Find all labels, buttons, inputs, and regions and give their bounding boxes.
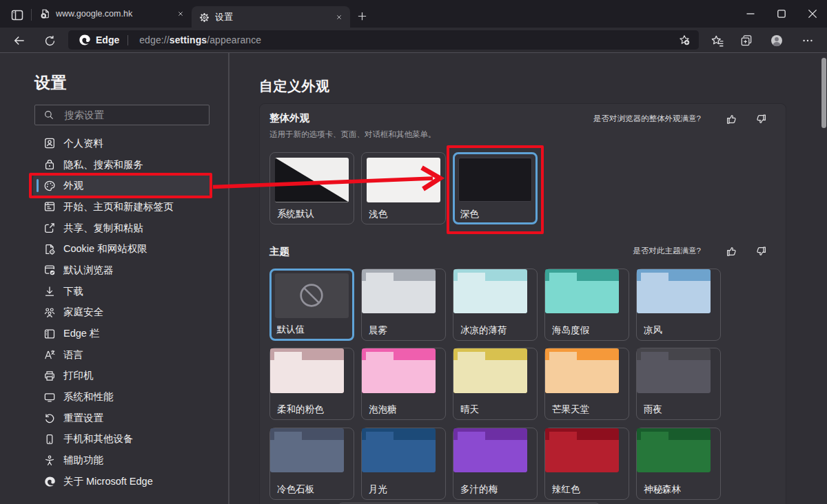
theme-card[interactable]: 晨雾 xyxy=(361,269,446,341)
themes-feedback-text: 是否对此主题满意? xyxy=(633,246,701,256)
theme-card[interactable]: 海岛度假 xyxy=(544,269,629,341)
window-close-button[interactable] xyxy=(797,0,827,28)
theme-thumbnail xyxy=(545,348,619,393)
theme-label: 辣红色 xyxy=(552,483,580,496)
theme-card[interactable]: 冷色石板 xyxy=(269,428,354,500)
theme-card[interactable]: 神秘森林 xyxy=(636,428,721,500)
thumb-body xyxy=(545,440,619,473)
window-minimize-button[interactable] xyxy=(735,0,766,28)
sidebar-item-reset[interactable]: 重置设置 xyxy=(33,408,210,429)
sidebar-item-profile[interactable]: 个人资料 xyxy=(33,133,210,154)
diagonal-split xyxy=(275,158,349,202)
theme-card[interactable]: 月光 xyxy=(361,428,446,500)
tab-close-icon[interactable] xyxy=(333,11,345,23)
sidebar-item-privacy[interactable]: 隐私、搜索和服务 xyxy=(33,154,210,176)
refresh-button[interactable] xyxy=(41,32,58,49)
sidebar-item-label: 共享、复制和粘贴 xyxy=(63,222,143,235)
sidebar-item-edge-bar[interactable]: Edge 栏 xyxy=(33,323,210,344)
theme-card[interactable]: 芒果天堂 xyxy=(544,348,629,420)
thumb-body xyxy=(637,360,711,393)
theme-card[interactable]: 凉风 xyxy=(636,269,721,341)
sidebar-item-label: 隐私、搜索和服务 xyxy=(63,158,143,171)
theme-thumbnail xyxy=(362,428,436,473)
address-bar[interactable]: Edge edge://settings/appearance xyxy=(68,30,699,50)
sidebar-item-downloads[interactable]: 下载 xyxy=(33,281,210,302)
vertical-scrollbar[interactable] xyxy=(821,58,826,128)
theme-thumbnail xyxy=(453,269,527,314)
thumb-body xyxy=(270,440,344,473)
thumb-tab xyxy=(366,273,394,282)
favorites-button[interactable] xyxy=(709,32,726,49)
settings-menu-button[interactable] xyxy=(799,32,816,49)
thumb-tab xyxy=(641,432,668,441)
profile-avatar-button[interactable] xyxy=(768,32,785,49)
sidebar-item-label: 重置设置 xyxy=(63,412,103,425)
theme-card[interactable]: 冰凉的薄荷 xyxy=(453,269,538,341)
theme-thumbnail xyxy=(637,428,711,473)
theme-card[interactable]: 辣红色 xyxy=(544,428,629,500)
sidebar-item-system[interactable]: 系统和性能 xyxy=(33,386,210,408)
theme-card[interactable]: 泡泡糖 xyxy=(361,348,446,420)
window-maximize-button[interactable] xyxy=(766,0,797,28)
overall-appearance-description: 适用于新的选项卡、页面、对话框和其他菜单。 xyxy=(269,129,436,140)
tab-settings[interactable]: 设置 xyxy=(192,6,350,28)
sidebar-item-default-browser[interactable]: 默认浏览器 xyxy=(33,260,210,281)
edge-bar-icon xyxy=(43,328,56,340)
thumb-body xyxy=(270,360,344,393)
sidebar-item-about[interactable]: 关于 Microsoft Edge xyxy=(33,471,210,492)
collections-button[interactable] xyxy=(738,32,755,49)
light-thumbnail xyxy=(367,158,440,202)
sidebar-item-start-home[interactable]: 开始、主页和新建标签页 xyxy=(33,196,210,218)
sidebar-divider xyxy=(228,53,229,504)
theme-thumbnail xyxy=(270,428,344,473)
printers-icon xyxy=(43,370,56,382)
theme-card[interactable]: 晴天 xyxy=(453,348,538,420)
system-icon xyxy=(43,391,56,403)
overall-feedback-text: 是否对浏览器的整体外观满意? xyxy=(593,114,701,124)
theme-label: 泡泡糖 xyxy=(369,403,397,416)
sidebar-item-label: 手机和其他设备 xyxy=(63,432,134,445)
new-tab-button[interactable] xyxy=(355,9,369,23)
sidebar-item-share[interactable]: 共享、复制和粘贴 xyxy=(33,218,210,239)
sidebar-item-printers[interactable]: 打印机 xyxy=(33,366,210,387)
thumb-body xyxy=(637,440,711,473)
thumbs-down-icon[interactable] xyxy=(753,244,768,258)
sidebar-item-devices[interactable]: 手机和其他设备 xyxy=(33,429,210,450)
tab-title: www.google.com.hk xyxy=(56,9,174,19)
theme-card[interactable]: 多汁的梅 xyxy=(453,428,538,500)
settings-search-input[interactable]: 搜索设置 xyxy=(34,105,210,125)
tab-google[interactable]: www.google.com.hk xyxy=(33,0,192,28)
theme-card[interactable]: 柔和的粉色 xyxy=(269,348,354,420)
theme-label: 晨雾 xyxy=(369,324,387,337)
downloads-icon xyxy=(43,285,56,297)
thumb-tab xyxy=(366,432,394,441)
address-separator xyxy=(127,35,128,45)
thumbs-up-icon[interactable] xyxy=(724,112,739,126)
theme-thumbnail xyxy=(362,269,436,314)
back-button[interactable] xyxy=(11,32,28,49)
theme-card[interactable]: 雨夜 xyxy=(636,348,721,420)
sidebar-item-languages[interactable]: 语言 xyxy=(33,344,210,366)
tab-actions-menu-button[interactable] xyxy=(10,8,24,22)
no-theme-icon xyxy=(299,283,324,308)
sidebar-item-accessibility[interactable]: 辅助功能 xyxy=(33,450,210,471)
thumbs-down-icon[interactable] xyxy=(753,112,768,126)
theme-label: 多汁的梅 xyxy=(460,483,498,496)
sidebar-item-family[interactable]: 家庭安全 xyxy=(33,302,210,324)
appearance-option-light[interactable]: 浅色 xyxy=(361,152,446,224)
sidebar-item-cookies[interactable]: Cookie 和网站权限 xyxy=(33,238,210,260)
appearance-option-system-default[interactable]: 系统默认 xyxy=(269,152,354,224)
url-scheme: edge:// xyxy=(139,34,170,45)
add-favorite-button[interactable] xyxy=(678,34,691,46)
theme-label: 月光 xyxy=(369,483,387,496)
tab-close-icon[interactable] xyxy=(174,8,187,20)
url-path: /appearance xyxy=(207,34,261,45)
theme-label: 冰凉的薄荷 xyxy=(460,324,507,337)
sidebar-item-label: 个人资料 xyxy=(63,137,103,150)
privacy-icon xyxy=(43,158,56,171)
theme-card-default[interactable]: 默认值 xyxy=(269,269,354,341)
search-icon xyxy=(43,109,54,120)
thumbs-up-icon[interactable] xyxy=(724,244,739,258)
theme-label: 雨夜 xyxy=(644,403,662,416)
tab-title: 设置 xyxy=(215,11,333,23)
